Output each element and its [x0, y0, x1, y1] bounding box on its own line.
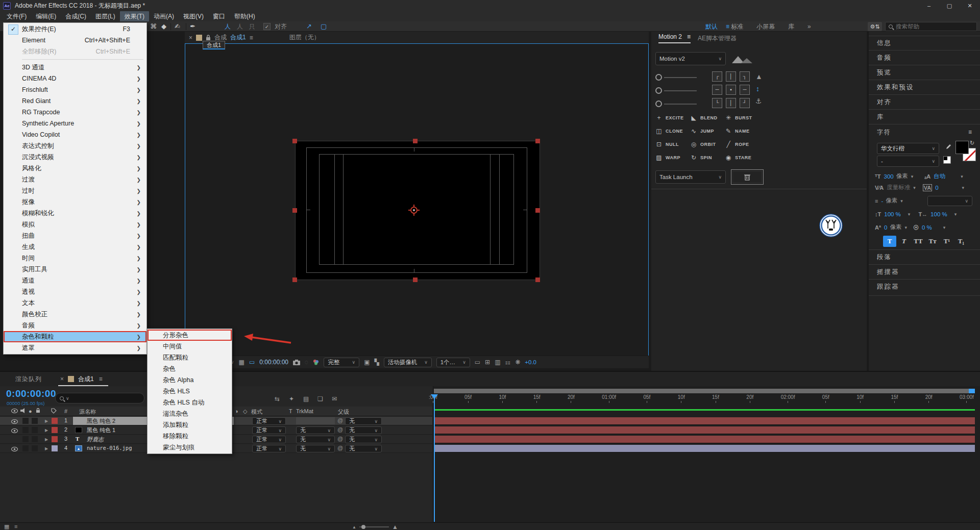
- menu-bar-item[interactable]: 编辑(E): [31, 11, 61, 22]
- motion-button[interactable]: ╱ROPE: [725, 138, 760, 151]
- anchor-point-icon[interactable]: [408, 204, 420, 216]
- sidebar-panel-header[interactable]: 音频: [869, 51, 980, 65]
- comp-timecode[interactable]: 0:00:00:00: [259, 359, 288, 366]
- mode-dropdown[interactable]: 正常∨: [252, 445, 286, 452]
- anchor-grid-button[interactable]: ▪: [726, 85, 736, 95]
- motion-button[interactable]: ⊡NULL: [655, 138, 690, 151]
- layer-handle[interactable]: [413, 277, 418, 282]
- motion-button[interactable]: ↻SPIN: [690, 151, 725, 164]
- submenu-item[interactable]: 杂色 Alpha: [148, 374, 232, 386]
- parent-dropdown[interactable]: 无∨: [345, 417, 382, 425]
- help-search[interactable]: [885, 22, 977, 31]
- menu-item[interactable]: 颜色校正 ❯: [4, 309, 146, 320]
- layer-expand-arrow[interactable]: ▶: [45, 428, 48, 433]
- region-of-interest-icon[interactable]: ▢: [321, 22, 327, 30]
- menu-item[interactable]: 全部移除(R) Ctrl+Shift+E ❯: [4, 46, 146, 57]
- layer-color-label[interactable]: [52, 427, 58, 433]
- view-axis-mode-icon[interactable]: 只: [249, 22, 255, 31]
- mode-dropdown[interactable]: 正常∨: [252, 436, 286, 443]
- anchor-grid-button[interactable]: ┘: [740, 98, 750, 108]
- layer-bar[interactable]: [434, 436, 975, 443]
- trkmat-dropdown[interactable]: 无∨: [296, 426, 335, 434]
- fill-color-swatch[interactable]: [955, 141, 969, 154]
- layer-name[interactable]: 黑色 纯色 1: [87, 426, 115, 434]
- channels-icon[interactable]: [313, 359, 319, 365]
- expand-transfer-icon[interactable]: ▦: [4, 523, 9, 530]
- menu-item[interactable]: ❯: [4, 57, 146, 62]
- layer-color-label[interactable]: [52, 418, 58, 424]
- source-name-column-header[interactable]: 源名称: [79, 408, 96, 416]
- trkmat-column-header[interactable]: TrkMat: [296, 408, 313, 414]
- eye-icon[interactable]: [11, 419, 18, 425]
- pickwhip-icon[interactable]: @: [337, 436, 343, 442]
- close-button[interactable]: ✕: [960, 0, 980, 11]
- expand-inout-icon[interactable]: ≡: [14, 523, 17, 529]
- layer-name[interactable]: nature-016.jpg: [87, 445, 132, 451]
- subscript-button[interactable]: T₁: [954, 236, 968, 247]
- submenu-item[interactable]: 匹配颗粒: [148, 352, 232, 363]
- menu-item[interactable]: 3D 通道 ❯: [4, 62, 146, 73]
- menu-item[interactable]: 沉浸式视频 ❯: [4, 152, 146, 163]
- zoom-slider-handle[interactable]: [361, 525, 365, 529]
- tab-script-manager[interactable]: AE脚本管理器: [698, 34, 737, 43]
- tab-close-icon[interactable]: ×: [189, 34, 192, 41]
- updown-arrow-icon[interactable]: ↕: [756, 85, 760, 93]
- motion-button[interactable]: ✎NAME: [725, 124, 760, 138]
- panel-menu-icon[interactable]: ≡: [99, 375, 103, 383]
- sidebar-panel-header[interactable]: 段落: [869, 249, 980, 264]
- mask-visibility-icon[interactable]: ▭: [249, 359, 255, 366]
- submenu-item[interactable]: 杂色: [148, 363, 232, 374]
- eyedropper-icon[interactable]: [943, 144, 951, 152]
- anchor-grid-button[interactable]: ┌: [712, 71, 722, 82]
- panel-menu-icon[interactable]: ≡: [687, 33, 691, 40]
- local-axis-mode-icon[interactable]: 人: [225, 22, 231, 31]
- layer-expand-arrow[interactable]: ▶: [45, 419, 48, 423]
- menu-item[interactable]: Synthetic Aperture ❯: [4, 118, 146, 129]
- menu-bar-item[interactable]: 效果(T): [120, 11, 149, 22]
- pickwhip-icon[interactable]: @: [337, 417, 343, 423]
- layer-handle[interactable]: [292, 277, 297, 282]
- layer-color-label[interactable]: [52, 436, 58, 442]
- playhead-handle[interactable]: [431, 394, 438, 399]
- menu-item[interactable]: Frischluft ❯: [4, 84, 146, 95]
- layer-color-label[interactable]: [52, 445, 58, 451]
- submenu-item[interactable]: 添加颗粒: [148, 419, 232, 431]
- all-caps-button[interactable]: TT: [912, 236, 925, 247]
- tab-close-icon[interactable]: ×: [60, 375, 64, 383]
- menu-item[interactable]: Red Giant ❯: [4, 95, 146, 107]
- menu-bar-item[interactable]: 帮助(H): [230, 11, 260, 22]
- menu-item[interactable]: 过时 ❯: [4, 185, 146, 196]
- sidebar-panel-header[interactable]: 跟踪器: [869, 279, 980, 294]
- menu-item[interactable]: 透视 ❯: [4, 286, 146, 297]
- parent-dropdown[interactable]: 无∨: [345, 426, 382, 434]
- layer-handle[interactable]: [535, 277, 540, 282]
- layer-handle[interactable]: [535, 139, 540, 143]
- sidebar-panel-header[interactable]: 信息: [869, 36, 980, 51]
- layer-panel-tab[interactable]: 图层（无）: [289, 33, 320, 42]
- sidebar-panel-header[interactable]: 预览: [869, 65, 980, 80]
- parent-dropdown[interactable]: 无∨: [345, 436, 382, 443]
- lock-toggle[interactable]: [32, 445, 38, 451]
- menu-item[interactable]: 音频 ❯: [4, 320, 146, 331]
- menu-item[interactable]: 过渡 ❯: [4, 174, 146, 185]
- menu-item[interactable]: 杂色和颗粒 ❯: [4, 331, 146, 342]
- tab-comp[interactable]: 合成1: [78, 375, 94, 384]
- flowchart-icon[interactable]: ⚏: [505, 359, 510, 366]
- lock-toggle[interactable]: [32, 436, 38, 442]
- layer-bar[interactable]: [434, 445, 975, 452]
- menu-bar-item[interactable]: 窗口: [208, 11, 230, 22]
- layer-handle[interactable]: [292, 139, 297, 143]
- snap-checkbox[interactable]: ✓: [263, 23, 271, 30]
- pickwhip-icon[interactable]: @: [337, 445, 343, 451]
- playhead[interactable]: [434, 394, 435, 522]
- mode-column-header[interactable]: 模式: [251, 408, 262, 416]
- submenu-item[interactable]: 分形杂色: [148, 330, 232, 341]
- menu-item[interactable]: 实用工具 ❯: [4, 264, 146, 275]
- timeline-search-input[interactable]: [71, 394, 133, 402]
- workspace-settings-icon[interactable]: ⚙⇅: [868, 22, 882, 31]
- motion-button[interactable]: ◫CLONE: [655, 124, 690, 138]
- menu-item[interactable]: 风格化 ❯: [4, 163, 146, 174]
- minimize-button[interactable]: –: [919, 0, 939, 11]
- zoom-out-icon[interactable]: ▲: [352, 525, 356, 529]
- submenu-item[interactable]: 中间值: [148, 341, 232, 352]
